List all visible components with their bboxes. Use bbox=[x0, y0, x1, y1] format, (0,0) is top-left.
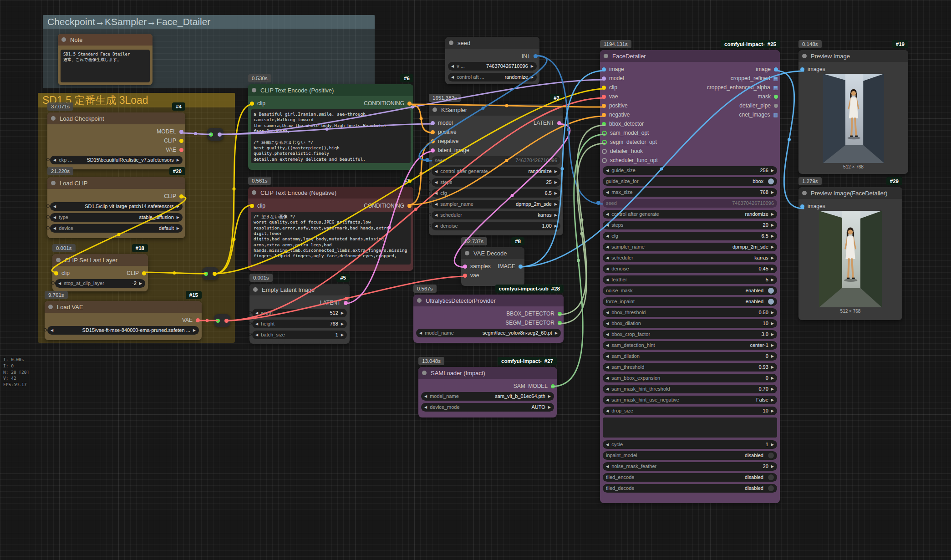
combo-left-arrow-icon[interactable]: ◀ bbox=[435, 169, 437, 173]
widget-guide_size_for[interactable]: guide_size_forbbox bbox=[603, 177, 777, 186]
output-slot-dot-icon-SAM_MODEL[interactable] bbox=[551, 384, 555, 388]
output-slot[interactable]: IMAGE bbox=[498, 263, 523, 270]
input-slot-dot-icon-vae[interactable] bbox=[602, 95, 606, 99]
widget-scheduler[interactable]: ◀schedulerkarras▶ bbox=[432, 211, 560, 219]
combo-left-arrow-icon[interactable]: ◀ bbox=[53, 215, 56, 219]
combo-right-arrow-icon[interactable]: ▶ bbox=[771, 409, 774, 413]
widget-batch_size[interactable]: ◀batch_size1▶ bbox=[252, 331, 347, 339]
text-area[interactable]: a Beautiful girl,Iranian,smile, see-thro… bbox=[251, 109, 411, 163]
widget-stop_at_clip_layer[interactable]: ◀stop_at_clip_layer-2▶ bbox=[55, 279, 145, 288]
output-slot[interactable]: CLIP bbox=[164, 193, 183, 199]
input-slot[interactable]: clip bbox=[250, 100, 265, 107]
combo-left-arrow-icon[interactable]: ◀ bbox=[435, 213, 437, 217]
combo-left-arrow-icon[interactable]: ◀ bbox=[53, 226, 56, 230]
combo-right-arrow-icon[interactable]: ▶ bbox=[554, 213, 557, 217]
combo-right-arrow-icon[interactable]: ▶ bbox=[771, 311, 774, 315]
combo-right-arrow-icon[interactable]: ▶ bbox=[548, 394, 551, 398]
output-slot[interactable]: LATENT bbox=[534, 120, 561, 126]
combo-right-arrow-icon[interactable]: ▶ bbox=[771, 376, 774, 380]
combo-right-arrow-icon[interactable]: ▶ bbox=[771, 398, 774, 402]
combo-left-arrow-icon[interactable]: ◀ bbox=[606, 278, 609, 282]
node-header[interactable]: Note bbox=[58, 34, 153, 46]
combo-right-arrow-icon[interactable]: ▶ bbox=[771, 223, 774, 227]
toggle-knob-icon[interactable] bbox=[768, 474, 774, 480]
combo-left-arrow-icon[interactable]: ◀ bbox=[435, 180, 437, 184]
collapse-dot-icon[interactable] bbox=[252, 88, 256, 92]
combo-right-arrow-icon[interactable]: ▶ bbox=[531, 64, 534, 68]
output-slot[interactable]: CONDITIONING bbox=[364, 203, 412, 209]
widget-bbox_threshold[interactable]: ◀bbox_threshold0.50▶ bbox=[603, 308, 777, 317]
output-slot-dot-icon-image[interactable] bbox=[774, 67, 778, 71]
combo-left-arrow-icon[interactable]: ◀ bbox=[606, 354, 609, 358]
collapse-dot-icon[interactable] bbox=[604, 54, 608, 58]
output-slot-dot-icon-BBOX_DETECTOR[interactable] bbox=[558, 312, 562, 316]
output-slot-dot-icon-CLIP[interactable] bbox=[142, 271, 146, 275]
output-slot-dot-icon-IMAGE[interactable] bbox=[519, 265, 523, 269]
combo-left-arrow-icon[interactable]: ◀ bbox=[606, 443, 609, 447]
combo-left-arrow-icon[interactable]: ◀ bbox=[606, 190, 609, 194]
combo-left-arrow-icon[interactable]: ◀ bbox=[451, 64, 454, 68]
output-slot-dot-icon-VAE[interactable] bbox=[179, 148, 183, 152]
widget-scheduler[interactable]: ◀schedulerkarras▶ bbox=[603, 254, 777, 262]
output-slot[interactable]: CLIP bbox=[127, 270, 146, 276]
combo-right-arrow-icon[interactable]: ▶ bbox=[771, 245, 774, 249]
toggle-knob-icon[interactable] bbox=[768, 288, 774, 294]
output-slot[interactable]: VAE bbox=[182, 317, 200, 323]
widget-tiled_encode[interactable]: tiled_encodedisabled bbox=[603, 473, 777, 482]
reroute-input-dot-icon[interactable] bbox=[216, 319, 220, 323]
input-slot-dot-icon-clip[interactable] bbox=[250, 102, 254, 106]
input-slot-dot-icon-images[interactable] bbox=[800, 204, 804, 209]
node-header[interactable]: Load VAE bbox=[45, 301, 202, 313]
reroute-node[interactable] bbox=[207, 128, 224, 141]
combo-left-arrow-icon[interactable]: ◀ bbox=[606, 464, 609, 468]
output-slot[interactable]: CLIP bbox=[164, 137, 183, 144]
widget-type[interactable]: ◀typestable_diffusion▶ bbox=[50, 213, 183, 222]
grid-output-icon[interactable]: ▦ bbox=[773, 76, 778, 81]
combo-right-arrow-icon[interactable]: ▶ bbox=[771, 190, 774, 194]
widget-denoise[interactable]: ◀denoise1.00▶ bbox=[432, 222, 560, 230]
widget-seed[interactable]: seed746370426710096 bbox=[432, 156, 560, 165]
node-empty-latent-image[interactable]: Empty Latent ImageLATENT◀width512▶◀heigh… bbox=[249, 284, 350, 344]
widget-noise_mask[interactable]: noise_maskenabled bbox=[603, 286, 777, 295]
collapse-dot-icon[interactable] bbox=[432, 107, 437, 112]
output-slot[interactable]: cnet_images▦ bbox=[739, 112, 778, 118]
collapse-dot-icon[interactable] bbox=[56, 258, 61, 262]
combo-right-arrow-icon[interactable]: ▶ bbox=[771, 332, 774, 336]
input-slot-dot-icon-clip[interactable] bbox=[602, 86, 606, 90]
node-clip-set-last-layer[interactable]: CLIP Set Last LayerclipCLIP◀stop_at_clip… bbox=[52, 254, 148, 291]
node-load-checkpoint[interactable]: Load CheckpointMODELCLIPVAE◀ckp ...SD15\… bbox=[47, 112, 185, 169]
output-slot-dot-icon-LATENT[interactable] bbox=[344, 301, 348, 305]
widget-value[interactable]: ◀SD1.5\clip-vit-large-patch14.safetensor… bbox=[50, 202, 183, 211]
input-slot[interactable]: clip bbox=[54, 270, 70, 276]
widget-sampler_name[interactable]: ◀sampler_namedpmpp_2m_sde▶ bbox=[603, 243, 777, 251]
output-slot[interactable]: SEGM_DETECTOR bbox=[505, 320, 562, 326]
widget-control after generate[interactable]: ◀control after generaterandomize▶ bbox=[603, 210, 777, 219]
combo-right-arrow-icon[interactable]: ▶ bbox=[139, 281, 142, 285]
input-slot[interactable]: model bbox=[602, 75, 624, 81]
input-slot[interactable]: negative bbox=[602, 112, 630, 118]
combo-left-arrow-icon[interactable]: ◀ bbox=[606, 409, 609, 413]
combo-right-arrow-icon[interactable]: ▶ bbox=[177, 226, 179, 230]
widget-sam_dilation[interactable]: ◀sam_dilation0▶ bbox=[603, 352, 777, 361]
combo-right-arrow-icon[interactable]: ▶ bbox=[177, 158, 179, 162]
combo-left-arrow-icon[interactable]: ◀ bbox=[606, 311, 609, 315]
reroute-output-dot-icon[interactable] bbox=[224, 319, 229, 323]
combo-right-arrow-icon[interactable]: ▶ bbox=[771, 234, 774, 238]
widget-v ...[interactable]: ◀v ...746370426710096▶ bbox=[448, 62, 537, 71]
combo-right-arrow-icon[interactable]: ▶ bbox=[177, 204, 179, 209]
input-slot-ring-icon-sam_model_opt[interactable] bbox=[602, 131, 607, 136]
widget-bbox_dilation[interactable]: ◀bbox_dilation10▶ bbox=[603, 319, 777, 328]
node-samloader-impact-[interactable]: SAMLoader (Impact)SAM_MODEL◀model_namesa… bbox=[418, 367, 557, 417]
widget-steps[interactable]: ◀steps25▶ bbox=[432, 178, 560, 187]
input-slot-dot-icon-positive[interactable] bbox=[602, 104, 606, 108]
combo-right-arrow-icon[interactable]: ▶ bbox=[554, 191, 557, 195]
collapse-dot-icon[interactable] bbox=[51, 116, 56, 121]
combo-right-arrow-icon[interactable]: ▶ bbox=[771, 168, 774, 173]
input-slot[interactable]: segm_detector_opt bbox=[602, 139, 657, 145]
widget-inpaint_model[interactable]: inpaint_modeldisabled bbox=[603, 451, 777, 460]
combo-left-arrow-icon[interactable]: ◀ bbox=[606, 245, 609, 249]
input-slot-dot-icon-image[interactable] bbox=[602, 67, 606, 71]
output-slot-dot-icon-SEGM_DETECTOR[interactable] bbox=[558, 321, 562, 325]
widget-model_name[interactable]: ◀model_namesegm/face_yolov8n-seg2_60.pt▶ bbox=[416, 329, 561, 337]
combo-left-arrow-icon[interactable]: ◀ bbox=[606, 387, 609, 391]
